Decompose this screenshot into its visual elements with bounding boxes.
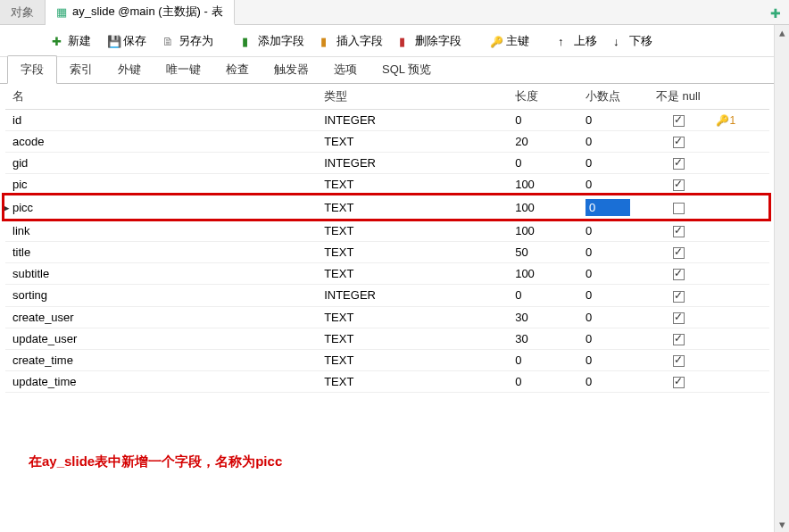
cell-decimal[interactable]: 0 <box>578 110 649 131</box>
cell-length[interactable]: 0 <box>508 349 578 370</box>
checkbox-icon[interactable] <box>673 179 685 191</box>
cell-type[interactable]: INTEGER <box>317 285 508 306</box>
cell-decimal[interactable]: 0 <box>578 131 649 153</box>
th-name[interactable]: 名 <box>5 84 317 110</box>
cell-type[interactable]: TEXT <box>317 349 508 370</box>
cell-decimal[interactable]: 0 <box>578 285 649 306</box>
cell-type[interactable]: TEXT <box>317 174 508 195</box>
cell-name[interactable]: acode <box>12 135 44 148</box>
subtab-trigger[interactable]: 触发器 <box>262 56 321 83</box>
cell-length[interactable]: 0 <box>508 285 578 306</box>
cell-notnull[interactable] <box>649 306 710 328</box>
cell-type[interactable]: TEXT <box>317 306 508 328</box>
cell-name[interactable]: title <box>12 245 30 259</box>
cell-length[interactable]: 30 <box>508 306 578 328</box>
move-up-button[interactable]: 上移 <box>551 29 604 53</box>
checkbox-icon[interactable] <box>673 158 685 170</box>
cell-name[interactable]: pic <box>12 178 28 191</box>
scroll-up-button[interactable]: ▴ <box>775 25 789 40</box>
table-row[interactable]: update_timeTEXT00 <box>5 370 769 392</box>
cell-notnull[interactable] <box>649 195 710 220</box>
th-type[interactable]: 类型 <box>317 84 508 110</box>
cell-name[interactable]: sorting <box>12 288 47 302</box>
cell-length[interactable]: 100 <box>508 195 578 220</box>
tab-current-table[interactable]: ay_slide @main (主数据) - 表 <box>46 0 235 25</box>
table-row[interactable]: sortingINTEGER00 <box>5 285 769 306</box>
scroll-down-button[interactable]: ▾ <box>775 517 789 532</box>
cell-type[interactable]: TEXT <box>317 220 508 242</box>
checkbox-icon[interactable] <box>673 269 685 280</box>
subtab-unique[interactable]: 唯一键 <box>154 56 213 83</box>
cell-length[interactable]: 0 <box>508 370 578 392</box>
table-row[interactable]: idINTEGER00🔑1 <box>5 110 769 131</box>
cell-notnull[interactable] <box>649 349 710 370</box>
cell-decimal[interactable]: 0 <box>578 328 649 349</box>
cell-notnull[interactable] <box>649 263 710 285</box>
checkbox-icon[interactable] <box>673 247 685 259</box>
cell-name[interactable]: subtitle <box>12 267 49 280</box>
cell-decimal[interactable]: 0 <box>578 349 649 370</box>
cell-length[interactable]: 100 <box>508 263 578 285</box>
cell-notnull[interactable] <box>649 370 710 392</box>
cell-name[interactable]: picc <box>12 201 33 214</box>
cell-type[interactable]: TEXT <box>317 195 508 220</box>
checkbox-icon[interactable] <box>673 226 685 237</box>
checkbox-icon[interactable] <box>673 377 685 388</box>
table-row[interactable]: subtitleTEXT1000 <box>5 263 769 285</box>
new-button[interactable]: 新建 <box>45 29 98 53</box>
checkbox-icon[interactable] <box>673 312 685 324</box>
vertical-scrollbar[interactable]: ▴ ▾ <box>774 25 789 532</box>
cell-type[interactable]: TEXT <box>317 242 508 263</box>
add-field-button[interactable]: 添加字段 <box>235 29 311 53</box>
subtab-options[interactable]: 选项 <box>321 56 370 83</box>
cell-length[interactable]: 0 <box>508 110 578 131</box>
cell-notnull[interactable] <box>649 242 710 263</box>
save-button[interactable]: 保存 <box>100 29 154 53</box>
delete-field-button[interactable]: 删除字段 <box>392 29 469 53</box>
tab-objects[interactable]: 对象 <box>0 0 46 24</box>
primary-key-button[interactable]: 主键 <box>483 29 536 53</box>
table-row[interactable]: update_userTEXT300 <box>5 328 769 349</box>
table-row[interactable]: create_timeTEXT00 <box>5 349 769 370</box>
cell-decimal[interactable]: 0 <box>578 306 649 328</box>
th-length[interactable]: 长度 <box>508 84 578 110</box>
cell-decimal[interactable]: 0 <box>578 195 649 220</box>
cell-notnull[interactable] <box>649 285 710 306</box>
move-down-button[interactable]: 下移 <box>606 29 660 53</box>
table-row[interactable]: gidINTEGER00 <box>5 153 769 174</box>
checkbox-icon[interactable] <box>673 137 685 148</box>
cell-notnull[interactable] <box>649 131 710 153</box>
cell-type[interactable]: TEXT <box>317 370 508 392</box>
cell-name[interactable]: update_user <box>12 332 77 345</box>
subtab-sql[interactable]: SQL 预览 <box>370 56 444 83</box>
table-row[interactable]: picTEXT1000 <box>5 174 769 195</box>
checkbox-icon[interactable] <box>673 334 685 345</box>
cell-length[interactable]: 100 <box>508 174 578 195</box>
th-decimal[interactable]: 小数点 <box>578 84 649 110</box>
checkbox-icon[interactable] <box>673 355 685 367</box>
cell-length[interactable]: 30 <box>508 328 578 349</box>
cell-name[interactable]: id <box>12 113 21 127</box>
cell-decimal[interactable]: 0 <box>578 220 649 242</box>
cell-length[interactable]: 0 <box>508 153 578 174</box>
scroll-track[interactable] <box>775 40 789 517</box>
subtab-check[interactable]: 检查 <box>213 56 262 83</box>
cell-notnull[interactable] <box>649 110 710 131</box>
save-as-button[interactable]: 另存为 <box>155 29 220 53</box>
cell-decimal[interactable]: 0 <box>578 263 649 285</box>
add-tab-button[interactable] <box>764 0 789 24</box>
insert-field-button[interactable]: 插入字段 <box>313 29 390 53</box>
cell-decimal[interactable]: 0 <box>578 153 649 174</box>
cell-name[interactable]: update_time <box>12 375 77 388</box>
cell-notnull[interactable] <box>649 220 710 242</box>
cell-name[interactable]: create_user <box>12 311 74 324</box>
cell-decimal[interactable]: 0 <box>578 174 649 195</box>
cell-name[interactable]: gid <box>12 156 28 170</box>
cell-type[interactable]: INTEGER <box>317 110 508 131</box>
cell-length[interactable]: 100 <box>508 220 578 242</box>
cell-length[interactable]: 50 <box>508 242 578 263</box>
cell-name[interactable]: create_time <box>12 353 73 367</box>
cell-notnull[interactable] <box>649 328 710 349</box>
cell-type[interactable]: TEXT <box>317 328 508 349</box>
cell-type[interactable]: TEXT <box>317 263 508 285</box>
